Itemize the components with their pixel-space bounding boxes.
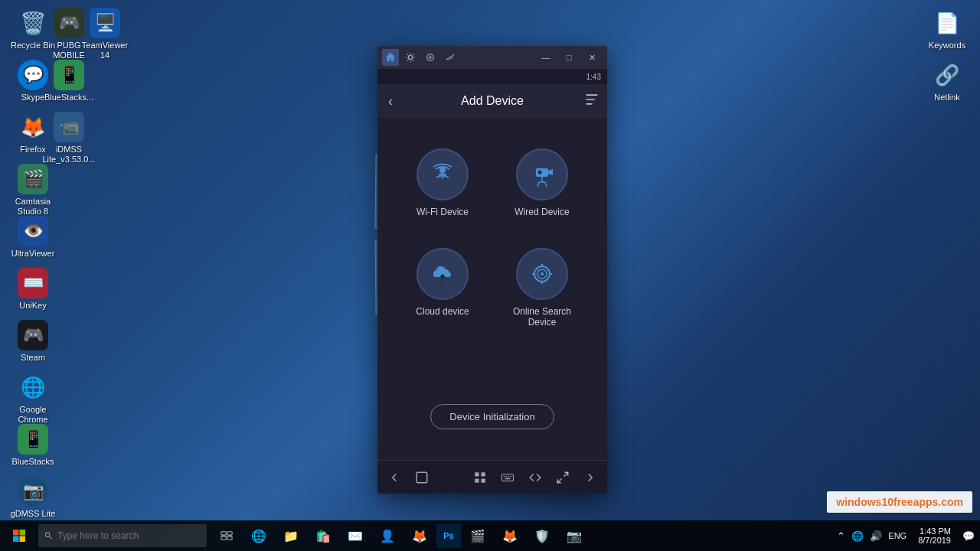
svg-rect-35: [505, 478, 511, 479]
desktop-icon-netlink[interactable]: 🔗 Netlink: [920, 60, 974, 103]
svg-rect-30: [502, 474, 514, 481]
taskbar-store-icon[interactable]: 🛍️: [308, 520, 338, 551]
ultraviewer-icon: 👁️: [18, 216, 48, 246]
taskbar-taskview-icon[interactable]: [211, 520, 242, 551]
tray-arrow-icon[interactable]: ⌃: [835, 530, 848, 542]
desktop-icon-idmss[interactable]: 📹 iDMSS Lite_v3.53.0...: [42, 112, 96, 165]
desktop-icon-teamviewer[interactable]: 🖥️ TeamViewer 14: [78, 8, 132, 60]
camtasia-icon: 🎬: [18, 164, 48, 194]
desktop-icon-chrome[interactable]: 🌐 Google Chrome: [6, 372, 60, 425]
nav-back-button[interactable]: [381, 464, 408, 491]
online-search-device-option[interactable]: Online Search Device: [500, 240, 584, 335]
taskbar-camtasia-icon[interactable]: 🎬: [462, 520, 493, 551]
network-icon[interactable]: 🌐: [849, 530, 866, 542]
nav-fullscreen-button[interactable]: [549, 464, 577, 491]
nav-keyboard-button[interactable]: [494, 464, 521, 491]
svg-rect-45: [227, 532, 232, 535]
desktop-icon-ultraviewer[interactable]: 👁️ UltraViewer: [6, 216, 60, 259]
start-button[interactable]: [0, 520, 38, 551]
idmss-label: iDMSS Lite_v3.53.0...: [42, 145, 96, 165]
desktop-icon-gdmss[interactable]: 📷 gDMSS Lite: [6, 476, 60, 519]
wifi-device-option[interactable]: Wi-Fi Device: [400, 141, 485, 225]
chrome-icon: 🌐: [18, 372, 48, 403]
volume-icon[interactable]: 🔊: [867, 530, 884, 542]
svg-rect-29: [482, 478, 485, 482]
cloud-device-icon: [416, 248, 469, 300]
init-button-container: Device Initialization: [430, 404, 554, 445]
back-button[interactable]: ‹: [385, 90, 396, 112]
svg-point-8: [442, 177, 444, 179]
svg-rect-31: [504, 475, 505, 477]
svg-marker-10: [548, 169, 553, 175]
svg-rect-46: [221, 536, 226, 540]
nav-forward-button[interactable]: [577, 464, 604, 491]
svg-line-36: [564, 472, 568, 476]
taskbar-system-tray: ⌃ 🌐 🔊 ENG: [835, 530, 909, 542]
desktop-icon-unikey[interactable]: ⌨️ UniKey: [6, 268, 60, 311]
close-button[interactable]: ✕: [581, 49, 603, 66]
titlebar-home-icon[interactable]: [382, 49, 399, 66]
svg-rect-4: [586, 94, 598, 96]
desktop-icon-steam[interactable]: 🎮 Steam: [6, 320, 60, 363]
gdmss-label: gDMSS Lite: [11, 509, 56, 519]
svg-rect-25: [416, 472, 427, 483]
titlebar-signal-icon[interactable]: [442, 49, 459, 66]
steam-icon: 🎮: [18, 320, 48, 350]
wired-device-icon: [516, 148, 568, 201]
window-controls: — □ ✕: [535, 49, 603, 66]
taskbar-kaspersky-icon[interactable]: 🛡️: [527, 520, 557, 551]
taskbar-pinned-icons: 🌐 📁 🛍️ ✉️ 👤 🦊 Ps 🎬 🦊 🛡️ 📷: [211, 520, 590, 551]
app-navigation-bar: [377, 460, 607, 494]
svg-rect-6: [586, 103, 593, 105]
device-initialization-button[interactable]: Device Initialization: [430, 404, 554, 429]
svg-rect-28: [475, 478, 479, 482]
idmss-window: — □ ✕ 1:43 ‹ Add Device: [377, 46, 607, 494]
cloud-device-option[interactable]: Cloud device: [400, 240, 485, 335]
bluestacks-label: BlueStacks...: [44, 93, 93, 103]
taskbar-firefox2-icon[interactable]: 🦊: [495, 520, 525, 551]
titlebar-settings-icon[interactable]: [402, 49, 419, 66]
online-search-device-label: Online Search Device: [508, 306, 577, 328]
keywords-icon: 📄: [932, 8, 962, 38]
language-indicator[interactable]: ENG: [886, 531, 909, 540]
wired-device-option[interactable]: Wired Device: [500, 141, 584, 225]
taskbar-edge-icon[interactable]: 🌐: [243, 520, 274, 551]
minimize-button[interactable]: —: [535, 49, 557, 66]
cloud-device-label: Cloud device: [416, 306, 469, 317]
app-header: ‹ Add Device: [377, 84, 607, 118]
svg-rect-39: [20, 530, 26, 536]
svg-rect-33: [508, 475, 510, 477]
nav-code-button[interactable]: [521, 464, 549, 491]
desktop-icon-camtasia[interactable]: 🎬 Camtasia Studio 8: [6, 164, 60, 217]
titlebar-camera-icon[interactable]: [422, 49, 439, 66]
header-options-icon[interactable]: [584, 92, 599, 110]
nav-apps-button[interactable]: [466, 464, 494, 491]
nav-home-button[interactable]: [408, 464, 436, 491]
taskbar-explorer-icon[interactable]: 📁: [276, 520, 306, 551]
svg-rect-32: [506, 475, 508, 477]
ultraviewer-label: UltraViewer: [11, 249, 55, 259]
taskbar-clock[interactable]: 1:43 PM 8/7/2019: [912, 527, 957, 545]
keywords-label: Keywords: [929, 41, 965, 51]
search-input[interactable]: [57, 530, 201, 541]
desktop-icon-keywords[interactable]: 📄 Keywords: [920, 8, 974, 51]
notification-icon[interactable]: 💬: [960, 530, 977, 542]
taskbar-photoshop-icon[interactable]: Ps: [436, 523, 461, 548]
taskbar-firefox-icon[interactable]: 🦊: [404, 520, 435, 551]
svg-rect-27: [482, 472, 485, 476]
svg-line-14: [537, 182, 539, 187]
svg-line-15: [545, 182, 547, 187]
taskbar-search-box[interactable]: [38, 524, 207, 547]
gdmss-icon: 📷: [18, 476, 48, 507]
svg-line-37: [557, 478, 561, 482]
svg-rect-34: [511, 475, 512, 477]
taskbar-mail-icon[interactable]: ✉️: [340, 520, 371, 551]
desktop-icon-bluestacks2[interactable]: 📱 BlueStacks: [6, 424, 60, 467]
desktop-icon-bluestacks[interactable]: 📱 BlueStacks...: [42, 60, 96, 103]
camtasia-label: Camtasia Studio 8: [6, 197, 60, 217]
taskbar-gdmss-icon[interactable]: 📷: [559, 520, 590, 551]
taskbar-people-icon[interactable]: 👤: [372, 520, 403, 551]
bluestacks2-label: BlueStacks: [11, 457, 54, 467]
idmss-icon: 📹: [54, 112, 84, 142]
maximize-button[interactable]: □: [558, 49, 580, 66]
